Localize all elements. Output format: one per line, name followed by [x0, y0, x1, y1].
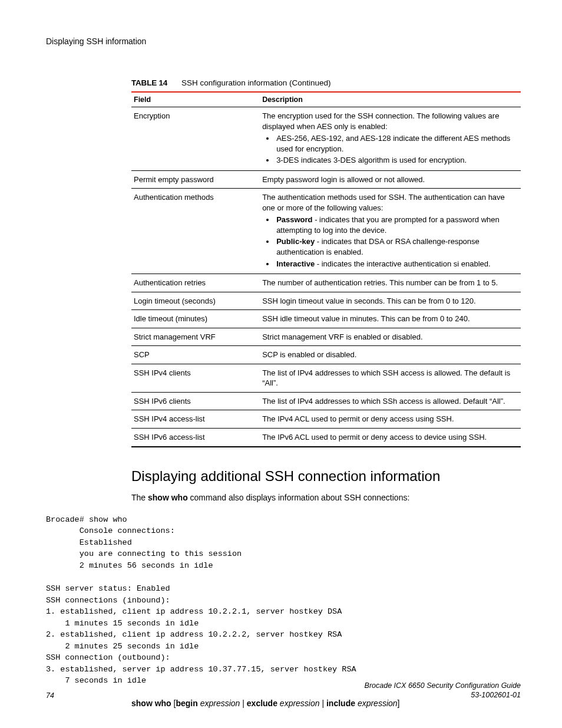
cell-field: Strict management VRF [131, 328, 260, 346]
cell-field: Permit empty password [131, 170, 260, 189]
cell-desc: SSH login timeout value in seconds. This… [260, 292, 521, 310]
cell-field: Authentication retries [131, 274, 260, 292]
table-row: Login timeout (seconds) SSH login timeou… [131, 292, 521, 310]
syntax-keyword: begin [176, 699, 197, 708]
bullet-item: Interactive - indicates the interactive … [275, 259, 518, 269]
cell-desc: The encryption used for the SSH connecti… [260, 107, 521, 171]
cell-desc: The list of IPv4 addresses to which SSH … [260, 364, 521, 392]
table-caption: TABLE 14 SSH configuration information (… [131, 78, 521, 87]
syntax-cmd: show who [131, 699, 171, 708]
cell-desc: The IPv6 ACL used to permit or deny acce… [260, 429, 521, 447]
bullet-item: AES-256, AES-192, and AES-128 indicate t… [275, 133, 518, 154]
cell-desc: The authentication methods used for SSH.… [260, 189, 521, 274]
term: Public-key [276, 237, 315, 246]
table-row: SSH IPv6 clients The list of IPv4 addres… [131, 392, 521, 410]
table-row: SSH IPv4 access-list The IPv4 ACL used t… [131, 410, 521, 429]
body-paragraph: The show who command also displays infor… [131, 493, 521, 502]
cell-desc: The number of authentication retries. Th… [260, 274, 521, 292]
syntax-keyword: exclude [247, 699, 277, 708]
table-row: Idle timeout (minutes) SSH idle timeout … [131, 310, 521, 328]
running-header: Displaying SSH information [46, 37, 521, 46]
table-row: Strict management VRF Strict management … [131, 328, 521, 346]
syntax-bracket: ] [398, 699, 400, 708]
syntax-arg: expression [280, 699, 320, 708]
desc-text: The authentication methods used for SSH.… [262, 193, 505, 212]
table-row: Encryption The encryption used for the S… [131, 107, 521, 171]
cell-field: Login timeout (seconds) [131, 292, 260, 310]
syntax-pipe: | [240, 699, 246, 708]
text: The [131, 493, 148, 502]
col-header-field: Field [131, 92, 260, 107]
page-footer: 74 Brocade ICX 6650 Security Configurati… [46, 681, 521, 700]
text: command also displays information about … [188, 493, 410, 502]
syntax-pipe: | [320, 699, 326, 708]
cell-field: Encryption [131, 107, 260, 171]
cell-desc: Strict management VRF is enabled or disa… [260, 328, 521, 346]
term: Password [276, 215, 312, 224]
cell-desc: SCP is enabled or disabled. [260, 346, 521, 364]
cell-field: SSH IPv4 access-list [131, 410, 260, 429]
cell-field: SSH IPv6 clients [131, 392, 260, 410]
bullet-item: Password - indicates that you are prompt… [275, 215, 518, 235]
cell-desc: SSH idle timeout value in minutes. This … [260, 310, 521, 328]
cell-desc: The list of IPv4 addresses to which SSh … [260, 392, 521, 410]
bullet-item: 3-DES indicates 3-DES algorithm is used … [275, 155, 518, 166]
table-row: Authentication methods The authenticatio… [131, 189, 521, 274]
term: Interactive [276, 259, 315, 268]
command-name: show who [148, 493, 188, 502]
table-row: Authentication retries The number of aut… [131, 274, 521, 292]
cell-field: Authentication methods [131, 189, 260, 274]
doc-title: Brocade ICX 6650 Security Configuration … [365, 681, 521, 690]
ssh-config-table: Field Description Encryption The encrypt… [131, 91, 521, 447]
syntax-keyword: include [326, 699, 355, 708]
doc-info: Brocade ICX 6650 Security Configuration … [365, 681, 521, 700]
table-row: SSH IPv6 access-list The IPv6 ACL used t… [131, 429, 521, 447]
section-heading: Displaying additional SSH connection inf… [131, 468, 521, 485]
syntax-arg: expression [358, 699, 398, 708]
syntax-arg: expression [200, 699, 240, 708]
cell-field: SCP [131, 346, 260, 364]
cell-field: SSH IPv4 clients [131, 364, 260, 392]
table-title: SSH configuration information (Continued… [181, 78, 331, 87]
table-row: SSH IPv4 clients The list of IPv4 addres… [131, 364, 521, 392]
cell-field: SSH IPv6 access-list [131, 429, 260, 447]
doc-number: 53-1002601-01 [365, 690, 521, 700]
command-syntax: show who [begin expression | exclude exp… [131, 699, 521, 708]
table-row: SCP SCP is enabled or disabled. [131, 346, 521, 364]
col-header-description: Description [260, 92, 521, 107]
cell-desc: The IPv4 ACL used to permit or deny acce… [260, 410, 521, 429]
desc-text: The encryption used for the SSH connecti… [262, 111, 499, 131]
cell-field: Idle timeout (minutes) [131, 310, 260, 328]
terminal-output: Brocade# show who Console connections: E… [46, 514, 521, 687]
table-row: Permit empty password Empty password log… [131, 170, 521, 189]
cell-desc: Empty password login is allowed or not a… [260, 170, 521, 189]
bullet-item: Public-key - indicates that DSA or RSA c… [275, 236, 518, 257]
term-desc: - indicates the interactive authenticati… [315, 259, 490, 268]
page-number: 74 [46, 691, 54, 700]
table-number: TABLE 14 [131, 78, 167, 87]
